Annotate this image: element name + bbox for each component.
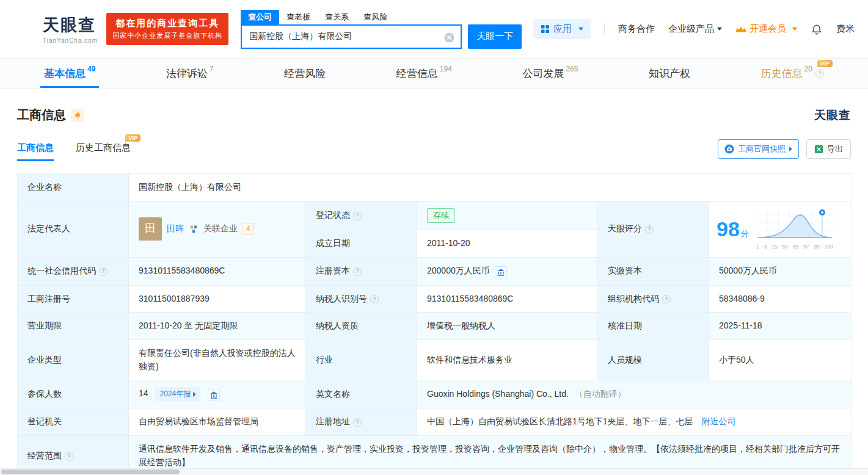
tab-count: 49 [87, 65, 95, 73]
reg-capital-cell: 200000万人民币 [417, 257, 598, 285]
table-row: 企业类型 有限责任公司(非自然人投资或控股的法人独资) 行业 软件和信息技术服务… [18, 339, 852, 380]
snapshot-icon [724, 144, 734, 154]
field-label: 纳税人资质 [306, 313, 417, 340]
menu-open-membership[interactable]: 开通会员 [735, 23, 797, 35]
field-label: 纳税人识别号? [306, 285, 417, 313]
section-header: 工商信息 天眼查 [17, 107, 851, 123]
table-row: 营业期限 2011-10-20 至 无固定期限 纳税人资质 增值税一般纳税人 核… [18, 313, 852, 340]
registry-value: 自由贸易试验区市场监督管理局 [129, 408, 306, 436]
legal-rep-link[interactable]: 田晖 [167, 222, 184, 236]
apps-menu-button[interactable]: 应用 [533, 19, 591, 39]
field-label: 工商注册号 [18, 285, 129, 313]
business-term-value: 2011-10-20 至 无固定期限 [129, 313, 306, 340]
tab-count: 265 [566, 65, 578, 73]
tab-basic-info[interactable]: 基本信息49 [40, 59, 99, 88]
section-watermark-logo: 天眼查 [796, 107, 851, 123]
taxpayer-id-value: 91310115583480869C [417, 285, 598, 313]
chevron-down-icon [792, 27, 797, 31]
staff-size-value: 小于50人 [709, 339, 852, 380]
chevron-down-icon [578, 27, 583, 31]
field-label: 组织机构代码? [598, 285, 709, 313]
field-label: 参保人数 [18, 380, 129, 408]
status-badge: 存续 [427, 208, 455, 223]
tianyancha-eye-icon [796, 108, 811, 123]
tianyancha-logo[interactable]: 天眼查 TianYanCha.com [10, 14, 98, 44]
tab-business-info[interactable]: 经营信息194 [393, 59, 456, 88]
menu-business-cooperation[interactable]: 商务合作 [618, 23, 655, 35]
user-account[interactable]: 费米 [836, 23, 855, 35]
field-label: 企业类型 [18, 339, 129, 380]
capital-history-icon[interactable] [495, 266, 507, 278]
field-label: 统一社会信用代码? [18, 257, 129, 285]
insured-count-cell: 14 2024年报 [129, 380, 306, 408]
export-button[interactable]: 导出 [806, 139, 851, 159]
notifications-button[interactable] [811, 23, 823, 35]
bell-icon [811, 23, 823, 35]
field-label: 实缴资本 [598, 257, 709, 285]
field-label: 注册资本? [306, 257, 417, 285]
related-companies-link[interactable]: 关联企业 [203, 222, 238, 236]
official-snapshot-button[interactable]: 工商官网快照 [718, 139, 799, 159]
brand-name: 天眼查 [43, 14, 98, 36]
company-type-value: 有限责任公司(非自然人投资或控股的法人独资) [129, 339, 306, 380]
field-label: 成立日期 [306, 230, 417, 257]
table-row: 参保人数 14 2024年报 英文名称 Guoxin Holdings (Sha… [18, 380, 852, 408]
nearby-companies-link[interactable]: 附近公司 [701, 416, 735, 426]
vip-badge: VIP [125, 134, 140, 142]
address-cell: 中国（上海）自由贸易试验区长清北路1号地下1夹层、地下一层、七层 附近公司 [417, 408, 852, 436]
status-cell: 存续 [417, 201, 598, 230]
search-box [241, 24, 462, 49]
tab-history-biz-info[interactable]: VIP 历史工商信息 [76, 142, 131, 161]
related-count-badge[interactable]: 4 [243, 223, 254, 236]
industry-value: 软件和信息技术服务业 [417, 339, 598, 380]
help-icon[interactable]: ? [353, 212, 362, 220]
tab-biz-registration-info[interactable]: 工商信息 [17, 142, 54, 161]
horizontal-scrollbar-track [0, 468, 868, 475]
table-row: 企业名称 国新控股（上海）有限公司 [18, 174, 852, 201]
search-tab-relation[interactable]: 查关系 [318, 10, 356, 24]
help-icon[interactable]: ? [370, 295, 379, 303]
search-input[interactable] [242, 32, 461, 42]
tab-intellectual-property[interactable]: 知识产权 [645, 59, 694, 88]
subscribe-bell-button[interactable] [71, 109, 84, 122]
table-row: 统一社会信用代码? 91310115583480869C 注册资本? 20000… [18, 257, 852, 285]
help-icon[interactable]: ? [99, 267, 108, 276]
search-tab-risk[interactable]: 查风险 [356, 10, 395, 24]
legal-rep-cell: 田 田晖 关联企业 4 [129, 201, 306, 257]
legal-rep-avatar[interactable]: 田 [139, 217, 162, 241]
help-icon[interactable]: ? [353, 267, 362, 276]
help-icon[interactable]: ? [353, 418, 362, 427]
apps-grid-icon [541, 24, 550, 34]
company-nav-tabs: 基本信息49 法律诉讼7 经营风险 经营信息194 公司发展265 知识产权 V… [0, 58, 868, 89]
field-label: 行业 [306, 339, 417, 380]
top-header: 天眼查 TianYanCha.com 都在用的商业查询工具 国家中小企业发展子基… [0, 0, 868, 58]
promo-banner: 都在用的商业查询工具 国家中小企业发展子基金旗下机构 [106, 13, 228, 45]
clear-search-icon[interactable] [444, 32, 454, 43]
english-name-cell: Guoxin Holdings (Shanghai) Co., Ltd. （自动… [417, 380, 852, 408]
field-label: 登记状态? [306, 201, 417, 230]
menu-enterprise-products[interactable]: 企业级产品 [668, 23, 722, 35]
established-date-value: 2011-10-20 [417, 230, 598, 257]
field-label: 法定代表人 [18, 201, 129, 257]
score-value: 98分 [717, 213, 749, 245]
field-label: 营业期限 [18, 313, 129, 340]
excel-icon [814, 145, 823, 154]
tab-history-info[interactable]: VIP 历史信息20 ? [757, 59, 828, 88]
apps-menu-label: 应用 [553, 23, 572, 35]
tab-legal-litigation[interactable]: 法律诉讼7 [162, 59, 217, 88]
search-button[interactable]: 天眼一下 [468, 24, 522, 49]
insured-history-icon[interactable] [208, 389, 220, 401]
help-icon[interactable]: ? [65, 452, 73, 461]
horizontal-scrollbar-thumb[interactable] [1, 470, 180, 474]
help-icon[interactable]: ? [815, 69, 824, 78]
tab-operating-risk[interactable]: 经营风险 [280, 59, 329, 88]
annual-report-badge[interactable]: 2024年报 [155, 387, 200, 401]
help-icon[interactable]: ? [662, 295, 671, 303]
tianyancha-eye-icon [10, 15, 38, 43]
field-label: 人员规模 [598, 339, 709, 380]
tab-company-development[interactable]: 公司发展265 [519, 59, 582, 88]
help-icon[interactable]: ? [645, 225, 654, 234]
field-label: 登记机关 [18, 408, 129, 436]
search-tab-boss[interactable]: 查老板 [279, 10, 318, 24]
search-tab-company[interactable]: 查公司 [241, 10, 279, 24]
